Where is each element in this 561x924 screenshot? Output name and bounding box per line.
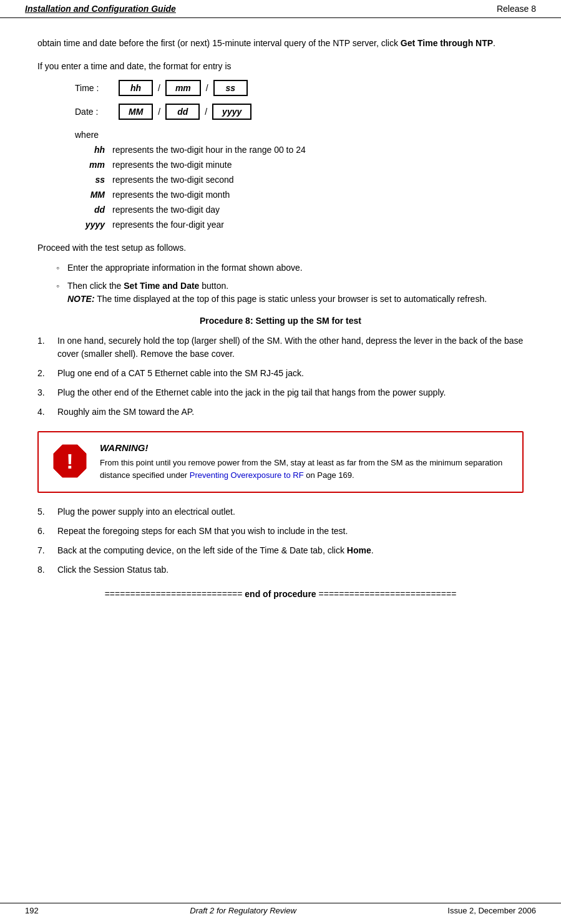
date-slash1: /	[158, 107, 160, 117]
date-label: Date :	[75, 107, 119, 117]
step-3-content: Plug the other end of the Ethernet cable…	[57, 386, 524, 399]
bullet-list: Enter the appropriate information in the…	[56, 261, 524, 306]
date-MM-box: MM	[119, 104, 153, 120]
time-slash2: /	[206, 83, 208, 93]
date-yyyy-box: yyyy	[212, 104, 251, 120]
step-8: 8. Click the Session Status tab.	[37, 563, 524, 576]
step-4: 4. Roughly aim the SM toward the AP.	[37, 406, 524, 419]
date-dd-box: dd	[165, 104, 200, 120]
warning-link[interactable]: Preventing Overexposure to RF	[190, 470, 304, 480]
where-key-MM: MM	[81, 188, 112, 202]
where-row-MM: MM represents the two-digit month	[81, 188, 524, 202]
date-slash2: /	[205, 107, 207, 117]
step-8-num: 8.	[37, 563, 57, 576]
where-row-mm: mm represents the two-digit minute	[81, 158, 524, 172]
step-5-num: 5.	[37, 505, 57, 518]
intro-text-before: obtain time and date before the first (o…	[37, 38, 401, 48]
time-hh-box: hh	[119, 80, 153, 96]
where-key-ss: ss	[81, 173, 112, 187]
note-label: NOTE:	[67, 294, 95, 304]
where-label: where	[75, 130, 524, 140]
step-1: 1. In one hand, securely hold the top (l…	[37, 334, 524, 361]
time-mm-box: mm	[165, 80, 201, 96]
where-val-mm: represents the two-digit minute	[112, 158, 232, 172]
step-1-content: In one hand, securely hold the top (larg…	[57, 334, 524, 361]
step-5: 5. Plug the power supply into an electri…	[37, 505, 524, 518]
footer-issue: Issue 2, December 2006	[447, 906, 536, 915]
warning-title: WARNING!	[100, 442, 510, 453]
step-3-num: 3.	[37, 386, 57, 399]
warning-body: From this point until you remove power f…	[100, 457, 510, 481]
bullet-item-1: Enter the appropriate information in the…	[56, 261, 524, 275]
step-6-content: Repeat the foregoing steps for each SM t…	[57, 525, 524, 538]
header-release: Release 8	[497, 4, 536, 14]
bullet-2-text: Then click the Set Time and Date button.…	[67, 281, 487, 304]
proceed-text: Proceed with the test setup as follows.	[37, 243, 524, 253]
svg-text:!: !	[66, 449, 73, 473]
page-footer: 192 Draft 2 for Regulatory Review Issue …	[0, 903, 561, 918]
step-7: 7. Back at the computing device, on the …	[37, 544, 524, 557]
warning-icon: !	[51, 442, 89, 480]
step-2-content: Plug one end of a CAT 5 Ethernet cable i…	[57, 367, 524, 380]
footer-center: Draft 2 for Regulatory Review	[190, 906, 296, 915]
ep-suffix: ===========================	[316, 589, 457, 599]
where-val-yyyy: represents the four-digit year	[112, 218, 224, 231]
step-5-content: Plug the power supply into an electrical…	[57, 505, 524, 518]
where-val-MM: represents the two-digit month	[112, 188, 230, 202]
warning-body-after: on Page 169.	[304, 470, 354, 480]
date-row: Date : MM / dd / yyyy	[75, 104, 524, 120]
home-bold: Home	[347, 545, 371, 555]
step-1-num: 1.	[37, 334, 57, 348]
where-row-hh: hh represents the two-digit hour in the …	[81, 143, 524, 157]
end-of-procedure: =========================== end of proce…	[37, 589, 524, 599]
where-key-mm: mm	[81, 158, 112, 172]
intro-text-after: .	[493, 38, 495, 48]
intro-bold: Get Time through NTP	[401, 38, 493, 48]
header-title: Installation and Configuration Guide	[25, 4, 176, 14]
steps-list-1: 1. In one hand, securely hold the top (l…	[37, 334, 524, 419]
warning-box: ! WARNING! From this point until you rem…	[37, 431, 524, 493]
step-2-num: 2.	[37, 367, 57, 380]
step-7-content: Back at the computing device, on the lef…	[57, 544, 524, 557]
step-3: 3. Plug the other end of the Ethernet ca…	[37, 386, 524, 399]
where-val-dd: represents the two-digit day	[112, 203, 220, 216]
where-row-dd: dd represents the two-digit day	[81, 203, 524, 216]
steps-list-2: 5. Plug the power supply into an electri…	[37, 505, 524, 576]
step-7-num: 7.	[37, 544, 57, 557]
time-ss-box: ss	[213, 80, 248, 96]
step-4-content: Roughly aim the SM toward the AP.	[57, 406, 524, 419]
where-row-yyyy: yyyy represents the four-digit year	[81, 218, 524, 231]
where-key-dd: dd	[81, 203, 112, 216]
time-slash1: /	[158, 83, 160, 93]
where-table: hh represents the two-digit hour in the …	[81, 143, 524, 231]
ep-bold: end of procedure	[245, 589, 316, 599]
page-header: Installation and Configuration Guide Rel…	[0, 0, 561, 18]
step-6-num: 6.	[37, 525, 57, 538]
warning-icon-container: !	[51, 442, 89, 482]
intro-paragraph: obtain time and date before the first (o…	[37, 37, 524, 50]
ep-prefix: ===========================	[105, 589, 245, 599]
time-row: Time : hh / mm / ss	[75, 80, 524, 96]
bullet-1-text: Enter the appropriate information in the…	[67, 263, 303, 273]
step-8-content: Click the Session Status tab.	[57, 563, 524, 576]
step-2: 2. Plug one end of a CAT 5 Ethernet cabl…	[37, 367, 524, 380]
step-4-num: 4.	[37, 406, 57, 419]
footer-page-num: 192	[25, 906, 39, 915]
where-val-ss: represents the two-digit second	[112, 173, 234, 187]
format-text: If you enter a time and date, the format…	[37, 61, 524, 71]
procedure-heading: Procedure 8: Setting up the SM for test	[37, 316, 524, 326]
page-content: obtain time and date before the first (o…	[0, 18, 561, 624]
bullet-item-2: Then click the Set Time and Date button.…	[56, 280, 524, 306]
warning-text-content: WARNING! From this point until you remov…	[100, 442, 510, 481]
time-date-table: Time : hh / mm / ss Date : MM / dd / yyy…	[75, 80, 524, 120]
where-val-hh: represents the two-digit hour in the ran…	[112, 143, 306, 157]
where-key-hh: hh	[81, 143, 112, 157]
step-6: 6. Repeat the foregoing steps for each S…	[37, 525, 524, 538]
where-section: where hh represents the two-digit hour i…	[75, 130, 524, 231]
set-time-date-bold: Set Time and Date	[124, 281, 199, 291]
where-key-yyyy: yyyy	[81, 218, 112, 231]
time-label: Time :	[75, 83, 119, 93]
where-row-ss: ss represents the two-digit second	[81, 173, 524, 187]
